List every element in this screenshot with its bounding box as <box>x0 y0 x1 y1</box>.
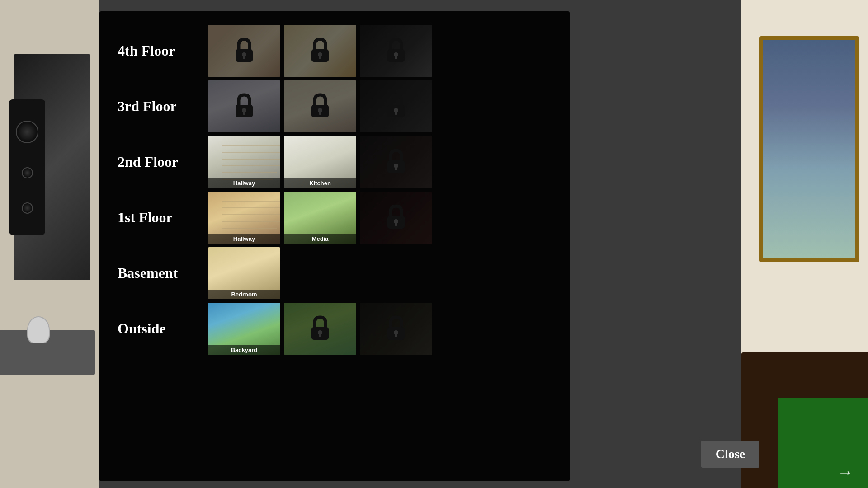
speaker-cone-large <box>16 121 38 143</box>
room-bg-1f-r1: Hallway <box>208 192 280 244</box>
svg-rect-29 <box>395 333 397 337</box>
right-wall <box>741 0 868 488</box>
left-wall <box>0 0 99 488</box>
floor-label-1st-floor: 1st Floor <box>118 209 208 226</box>
floor-rooms-outside: Backyard <box>208 303 432 355</box>
lock-overlay-1f-r3 <box>360 192 432 244</box>
floor-select-panel: 4th Floor3rd Floor2nd FloorHallwayKitche… <box>99 11 570 481</box>
floor-rooms-basement: Bedroom <box>208 247 280 299</box>
lock-icon <box>385 315 407 343</box>
svg-rect-2 <box>243 56 245 59</box>
room-bg-1f-r3 <box>360 192 432 244</box>
room-label-1f-r2: Media <box>284 234 356 244</box>
room-bg-3f-r2 <box>284 80 356 132</box>
svg-rect-17 <box>395 111 397 115</box>
room-thumb-2f-r1[interactable]: Hallway <box>208 136 280 188</box>
room-thumb-4f-r3[interactable] <box>360 25 432 77</box>
room-bg-out-r2 <box>284 303 356 355</box>
room-bg-2f-r3 <box>360 136 432 188</box>
lock-icon <box>385 38 407 65</box>
lock-icon <box>233 38 255 65</box>
lock-icon <box>233 93 255 120</box>
floor-rooms-4th-floor <box>208 25 432 77</box>
floor-rooms-3rd-floor <box>208 80 432 132</box>
room-bg-2f-r2: Kitchen <box>284 136 356 188</box>
nav-arrow-right[interactable]: → <box>832 465 859 479</box>
room-bg-1f-r2: Media <box>284 192 356 244</box>
lock-overlay-2f-r3 <box>360 136 432 188</box>
room-thumb-out-r3[interactable] <box>360 303 432 355</box>
floor-rooms-1st-floor: HallwayMedia <box>208 192 432 244</box>
floor-row-2nd-floor: 2nd FloorHallwayKitchen <box>118 136 552 188</box>
svg-rect-23 <box>395 222 397 226</box>
floor-label-4th-floor: 4th Floor <box>118 42 208 59</box>
lock-overlay-out-r3 <box>360 303 432 355</box>
room-label-1f-r1: Hallway <box>208 234 280 244</box>
lock-overlay-4f-r1 <box>208 25 280 77</box>
lock-overlay-3f-r2 <box>284 80 356 132</box>
room-bg-3f-r3 <box>360 80 432 132</box>
room-thumb-2f-r3[interactable] <box>360 136 432 188</box>
floor-row-3rd-floor: 3rd Floor <box>118 80 552 132</box>
floor-row-outside: OutsideBackyard <box>118 303 552 355</box>
floor-label-outside: Outside <box>118 320 208 337</box>
room-bg-4f-r2 <box>284 25 356 77</box>
floor-row-1st-floor: 1st FloorHallwayMedia <box>118 192 552 244</box>
room-thumb-4f-r1[interactable] <box>208 25 280 77</box>
lock-overlay-4f-r2 <box>284 25 356 77</box>
svg-rect-8 <box>395 56 397 59</box>
room-thumb-4f-r2[interactable] <box>284 25 356 77</box>
room-thumb-2f-r2[interactable]: Kitchen <box>284 136 356 188</box>
svg-rect-11 <box>243 111 245 115</box>
svg-rect-20 <box>395 167 397 170</box>
speaker-cone-small-1 <box>22 167 33 178</box>
floor-label-basement: Basement <box>118 265 208 282</box>
room-thumb-1f-r3[interactable] <box>360 192 432 244</box>
lock-icon <box>385 204 407 231</box>
svg-rect-5 <box>319 56 321 59</box>
room-label-b-r1: Bedroom <box>208 290 280 299</box>
speaker-cone-small-2 <box>22 202 33 214</box>
lock-icon <box>309 93 331 120</box>
close-button[interactable]: Close <box>701 441 760 468</box>
floor-label-3rd-floor: 3rd Floor <box>118 98 208 115</box>
room-bg-b-r1: Bedroom <box>208 247 280 299</box>
lock-icon <box>385 93 407 120</box>
room-bg-3f-r1 <box>208 80 280 132</box>
room-thumb-out-r1[interactable]: Backyard <box>208 303 280 355</box>
room-thumb-out-r2[interactable] <box>284 303 356 355</box>
lock-overlay-out-r2 <box>284 303 356 355</box>
room-thumb-3f-r1[interactable] <box>208 80 280 132</box>
room-bg-2f-r1: Hallway <box>208 136 280 188</box>
room-label-2f-r1: Hallway <box>208 178 280 188</box>
room-label-2f-r2: Kitchen <box>284 178 356 188</box>
svg-rect-26 <box>319 333 321 337</box>
speaker <box>9 99 45 235</box>
lock-overlay-4f-r3 <box>360 25 432 77</box>
room-thumb-3f-r2[interactable] <box>284 80 356 132</box>
floor-rooms-2nd-floor: HallwayKitchen <box>208 136 432 188</box>
room-thumb-b-r1[interactable]: Bedroom <box>208 247 280 299</box>
room-thumb-1f-r1[interactable]: Hallway <box>208 192 280 244</box>
floor-row-basement: BasementBedroom <box>118 247 552 299</box>
room-bg-4f-r1 <box>208 25 280 77</box>
room-label-out-r1: Backyard <box>208 345 280 355</box>
lock-icon <box>309 315 331 343</box>
lock-icon <box>385 149 407 176</box>
room-thumb-1f-r2[interactable]: Media <box>284 192 356 244</box>
window <box>760 36 859 262</box>
room-bg-out-r1: Backyard <box>208 303 280 355</box>
floor-row-4th-floor: 4th Floor <box>118 25 552 77</box>
lock-icon <box>309 38 331 65</box>
floor-label-2nd-floor: 2nd Floor <box>118 154 208 170</box>
room-thumb-3f-r3[interactable] <box>360 80 432 132</box>
room-bg-4f-r3 <box>360 25 432 77</box>
candle <box>27 316 50 343</box>
room-bg-out-r3 <box>360 303 432 355</box>
lock-overlay-3f-r1 <box>208 80 280 132</box>
svg-rect-14 <box>319 111 321 115</box>
lock-overlay-3f-r3 <box>360 80 432 132</box>
